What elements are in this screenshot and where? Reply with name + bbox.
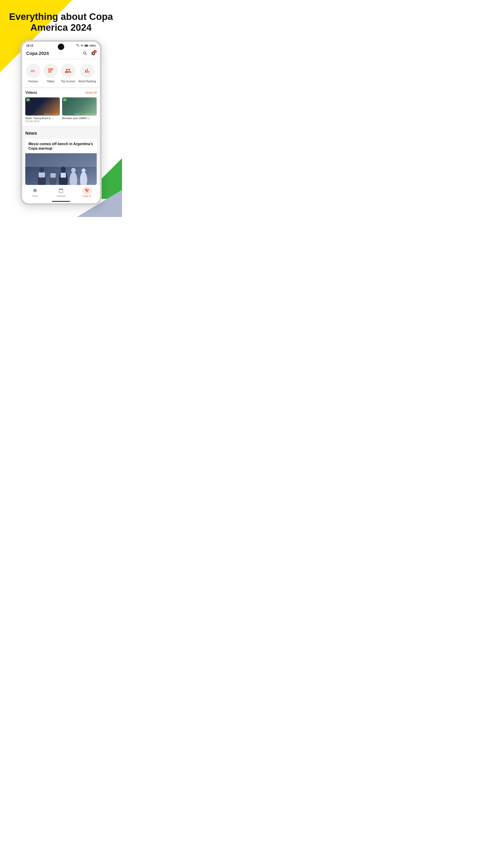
scorers-icon — [65, 67, 71, 74]
news-section-title: News — [25, 131, 97, 136]
trophy-icon — [85, 188, 90, 193]
svg-rect-2 — [88, 45, 88, 46]
svg-rect-5 — [25, 153, 97, 167]
nav-menu-card: VS Fixtures Tables T — [22, 59, 100, 87]
tables-label: Tables — [47, 80, 55, 83]
copa24-label: Copa 24 — [83, 195, 91, 197]
news-card-featured[interactable]: Messi comes off bench in Argentina's Cop… — [25, 138, 97, 185]
credit-1: CREDIT: U.S. Soccer — [44, 113, 59, 115]
status-bar: 16:13 100% — [22, 42, 100, 49]
news-image — [25, 153, 97, 185]
ranking-icon-circle — [80, 64, 94, 78]
video-badge-2: H — [63, 98, 67, 101]
svg-point-7 — [39, 167, 44, 172]
wifi-icon — [80, 44, 84, 47]
videos-header: Videos Show All — [25, 91, 97, 95]
home-label: Home — [32, 195, 38, 197]
videos-section: Videos Show All H CREDIT: U.S. Soccer We… — [22, 88, 100, 126]
scorers-icon-circle — [61, 64, 75, 78]
svg-point-13 — [71, 168, 76, 173]
search-button[interactable] — [83, 51, 88, 56]
video-thumb-1: H CREDIT: U.S. Soccer — [25, 97, 60, 116]
svg-rect-16 — [39, 173, 45, 178]
home-icon-wrap — [30, 187, 40, 194]
copa24-icon-wrap — [82, 187, 92, 194]
svg-point-11 — [61, 166, 66, 172]
nav-item-fixtures[interactable]: VS Fixtures — [26, 64, 40, 83]
app-title: Copa 2024 — [26, 51, 49, 56]
home-bar — [52, 201, 70, 202]
svg-rect-17 — [51, 173, 56, 178]
key-icon — [76, 44, 79, 47]
app-header: Copa 2024 1 — [22, 49, 100, 59]
calendar-icon — [59, 188, 64, 193]
vs-icon: VS — [30, 67, 37, 74]
hero-section: Everything about Copa America 2024 — [0, 0, 122, 40]
nav-item-world-ranking[interactable]: World Ranking — [78, 64, 96, 83]
video-thumb-2: H CREDIT: U.S. Soccer/Veritone — [62, 97, 97, 116]
video-card-1[interactable]: H CREDIT: U.S. Soccer Weah: 'Facing Braz… — [25, 97, 60, 123]
fixtures-label: Fixtures — [28, 80, 38, 83]
home-indicator — [22, 199, 100, 203]
videos-title: Videos — [25, 91, 37, 95]
battery-icon — [85, 44, 89, 47]
bottom-nav: Home Calendar Copa 24 — [22, 185, 100, 199]
phone-screen: 16:13 100% Copa 2024 — [20, 40, 102, 205]
video-overlay-2: H — [62, 97, 97, 116]
svg-rect-1 — [85, 45, 88, 46]
svg-point-15 — [82, 168, 86, 173]
scorers-label: Top Scorers — [61, 80, 75, 83]
news-section: News Messi comes off bench in Argentina'… — [22, 127, 100, 185]
video-badge-1: H — [26, 98, 30, 101]
ranking-label: World Ranking — [78, 80, 96, 83]
camera-notch — [58, 43, 64, 50]
video-title-1: Weah: 'Facing Brazil is ... — [25, 117, 60, 120]
bottom-nav-calendar[interactable]: Calendar — [48, 187, 74, 197]
news-image-svg — [25, 153, 97, 185]
status-time: 16:13 — [26, 44, 33, 47]
video-card-2[interactable]: H CREDIT: U.S. Soccer/Veritone Berhalter… — [62, 97, 97, 123]
notification-badge: 1 — [94, 50, 97, 53]
battery-percent: 100% — [90, 44, 96, 47]
bottom-nav-home[interactable]: Home — [22, 187, 48, 197]
header-icons: 1 — [83, 51, 96, 56]
show-all-button[interactable]: Show All — [86, 91, 97, 94]
home-icon — [33, 188, 37, 193]
tables-icon-circle — [43, 64, 58, 78]
bottom-nav-copa24[interactable]: Copa 24 — [74, 187, 100, 197]
nav-item-tables[interactable]: Tables — [43, 64, 58, 83]
video-overlay-1: H — [25, 97, 60, 116]
phone-frame: 16:13 100% Copa 2024 — [0, 40, 122, 205]
video-title-2: Berhalter puts USMNT t... — [62, 117, 97, 120]
svg-rect-18 — [61, 173, 66, 178]
calendar-icon-wrap — [56, 187, 66, 194]
tables-icon — [47, 67, 54, 74]
calendar-label: Calendar — [57, 195, 66, 197]
hero-title: Everything about Copa America 2024 — [7, 11, 115, 33]
ranking-icon — [84, 67, 91, 74]
svg-text:VS: VS — [31, 69, 35, 72]
fixtures-icon-circle: VS — [26, 64, 40, 78]
svg-point-9 — [51, 168, 55, 172]
video-row: H CREDIT: U.S. Soccer Weah: 'Facing Braz… — [25, 97, 97, 123]
video-subtitle-1: Timothy Weah — [25, 120, 60, 123]
content-area: Videos Show All H CREDIT: U.S. Soccer We… — [22, 88, 100, 185]
nav-item-top-scorers[interactable]: Top Scorers — [61, 64, 75, 83]
settings-button[interactable]: 1 — [91, 51, 96, 56]
credit-2: CREDIT: U.S. Soccer/Veritone — [74, 113, 96, 115]
news-headline: Messi comes off bench in Argentina's Cop… — [25, 138, 97, 153]
status-right-icons: 100% — [76, 44, 96, 47]
